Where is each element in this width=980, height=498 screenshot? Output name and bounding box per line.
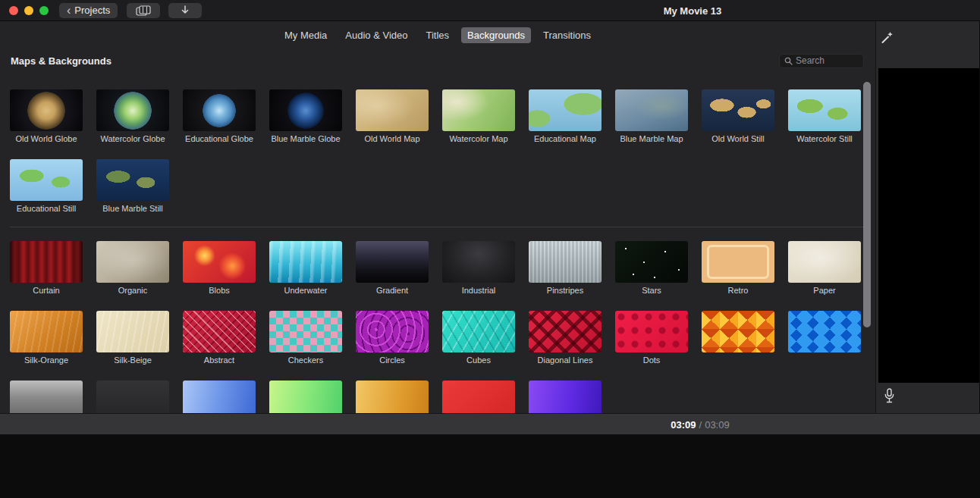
background-thumbnail[interactable] <box>615 241 688 283</box>
background-item-dark-solid[interactable] <box>96 381 169 413</box>
background-item-blue-marble-globe[interactable]: Blue Marble Globe <box>269 89 342 143</box>
timeline-area[interactable] <box>0 434 980 498</box>
background-thumbnail[interactable] <box>96 311 169 352</box>
background-item-diagonal-lines[interactable]: Diagonal Lines <box>529 311 602 365</box>
background-thumbnail[interactable] <box>269 89 342 131</box>
background-thumbnail[interactable] <box>356 89 429 131</box>
background-item-watercolor-map[interactable]: Watercolor Map <box>442 89 515 143</box>
background-thumbnail[interactable] <box>10 159 83 201</box>
import-media-button[interactable] <box>168 3 202 18</box>
search-field[interactable] <box>779 54 864 68</box>
background-thumbnail[interactable] <box>356 241 429 283</box>
background-item-circles[interactable]: Circles <box>356 311 429 365</box>
background-thumbnail[interactable] <box>529 241 602 283</box>
background-item-dots[interactable]: Dots <box>615 311 688 365</box>
background-item-blue-marble-map[interactable]: Blue Marble Map <box>615 89 688 143</box>
tab-backgrounds[interactable]: Backgrounds <box>461 27 531 43</box>
background-thumbnail[interactable] <box>96 89 169 131</box>
background-thumbnail[interactable] <box>615 89 688 131</box>
background-thumbnail[interactable] <box>615 311 688 352</box>
background-thumbnail[interactable] <box>442 381 515 413</box>
scrollbar[interactable] <box>863 82 871 327</box>
background-item-underwater[interactable]: Underwater <box>269 241 342 295</box>
background-item-triangles-blue[interactable] <box>788 311 861 365</box>
tab-titles[interactable]: Titles <box>419 27 455 43</box>
background-item-blobs[interactable]: Blobs <box>183 241 256 295</box>
search-input[interactable] <box>796 55 859 66</box>
background-item-old-world-map[interactable]: Old World Map <box>356 89 429 143</box>
background-item-industrial[interactable]: Industrial <box>442 241 515 295</box>
fullscreen-window-button[interactable] <box>39 6 49 15</box>
media-browser-button[interactable] <box>127 3 160 18</box>
background-thumbnail[interactable] <box>529 311 602 352</box>
background-thumbnail[interactable] <box>788 89 861 131</box>
background-item-educational-still[interactable]: Educational Still <box>10 159 83 213</box>
background-item-mosaic-orange[interactable] <box>702 311 774 365</box>
background-item-organic[interactable]: Organic <box>96 241 169 295</box>
projects-button[interactable]: ‹ Projects <box>59 3 118 18</box>
background-thumbnail[interactable] <box>702 241 774 283</box>
background-thumbnail[interactable] <box>183 241 256 283</box>
background-item-cubes[interactable]: Cubes <box>442 311 515 365</box>
background-grid: Old World GlobeWatercolor GlobeEducation… <box>0 72 875 413</box>
background-thumbnail[interactable] <box>183 311 256 352</box>
background-item-blue-marble-still[interactable]: Blue Marble Still <box>96 159 169 213</box>
background-item-watercolor-still[interactable]: Watercolor Still <box>788 89 861 143</box>
background-thumbnail[interactable] <box>702 311 774 352</box>
background-item-checkers[interactable]: Checkers <box>269 311 342 365</box>
background-item-silk-beige[interactable]: Silk-Beige <box>96 311 169 365</box>
background-thumbnail[interactable] <box>442 241 515 283</box>
background-item-gradient-green[interactable] <box>269 381 342 413</box>
background-item-old-world-still[interactable]: Old World Still <box>702 89 774 143</box>
background-item-retro[interactable]: Retro <box>702 241 774 295</box>
background-thumbnail[interactable] <box>702 89 774 131</box>
background-item-gradient-purple[interactable] <box>529 381 602 413</box>
tab-my-media[interactable]: My Media <box>278 27 333 43</box>
background-item-gradient-gray[interactable] <box>10 381 83 413</box>
background-item-gradient[interactable]: Gradient <box>356 241 429 295</box>
tab-transitions[interactable]: Transitions <box>537 27 597 43</box>
background-item-watercolor-globe[interactable]: Watercolor Globe <box>96 89 169 143</box>
media-browser-icon <box>136 5 151 16</box>
background-thumbnail[interactable] <box>269 241 342 283</box>
background-thumbnail[interactable] <box>96 159 169 201</box>
background-item-old-world-globe[interactable]: Old World Globe <box>10 89 83 143</box>
background-thumbnail[interactable] <box>183 381 256 413</box>
background-item-gradient-blue[interactable] <box>183 381 256 413</box>
background-item-paper[interactable]: Paper <box>788 241 861 295</box>
background-thumbnail[interactable] <box>356 311 429 352</box>
background-thumbnail[interactable] <box>788 311 861 352</box>
voiceover-button[interactable] <box>884 388 895 406</box>
background-thumbnail[interactable] <box>529 381 602 413</box>
background-item-silk-orange[interactable]: Silk-Orange <box>10 311 83 365</box>
close-window-button[interactable] <box>9 6 18 15</box>
background-item-educational-globe[interactable]: Educational Globe <box>183 89 256 143</box>
background-label: Curtain <box>10 286 83 295</box>
background-item-educational-map[interactable]: Educational Map <box>529 89 602 143</box>
background-thumbnail[interactable] <box>10 381 83 413</box>
background-item-stars[interactable]: Stars <box>615 241 688 295</box>
background-thumbnail[interactable] <box>10 89 83 131</box>
background-thumbnail[interactable] <box>183 89 256 131</box>
background-thumbnail[interactable] <box>96 381 169 413</box>
background-item-solid-red[interactable] <box>442 381 515 413</box>
background-thumbnail[interactable] <box>96 241 169 283</box>
background-thumbnail[interactable] <box>10 311 83 352</box>
background-label: Checkers <box>269 355 342 365</box>
background-item-curtain[interactable]: Curtain <box>10 241 83 295</box>
timecode-display: 03:09/03:09 <box>671 418 729 430</box>
background-thumbnail[interactable] <box>442 311 515 352</box>
background-thumbnail[interactable] <box>10 241 83 283</box>
enhance-wand-icon[interactable] <box>881 30 894 44</box>
background-thumbnail[interactable] <box>269 311 342 352</box>
background-item-abstract[interactable]: Abstract <box>183 311 256 365</box>
minimize-window-button[interactable] <box>24 6 33 15</box>
background-thumbnail[interactable] <box>356 381 429 413</box>
background-item-pinstripes[interactable]: Pinstripes <box>529 241 602 295</box>
background-item-gradient-gold[interactable] <box>356 381 429 413</box>
background-thumbnail[interactable] <box>788 241 861 283</box>
background-thumbnail[interactable] <box>269 381 342 413</box>
background-thumbnail[interactable] <box>442 89 515 131</box>
tab-audio-video[interactable]: Audio & Video <box>339 27 413 43</box>
background-thumbnail[interactable] <box>529 89 602 131</box>
